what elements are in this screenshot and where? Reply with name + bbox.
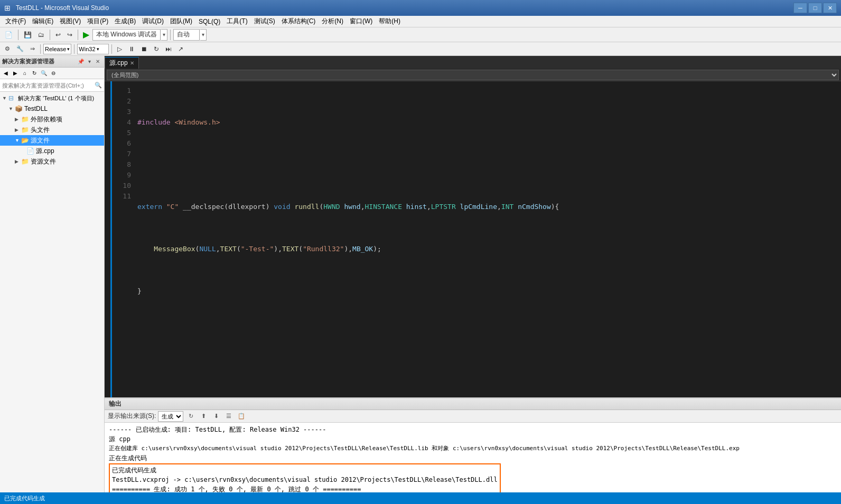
se-forward-button[interactable]: ▶	[11, 69, 20, 78]
menu-tools[interactable]: 工具(T)	[223, 16, 250, 27]
tree-arrow: ▶	[15, 159, 21, 164]
redo-button[interactable]: ↪	[64, 29, 75, 41]
toolbar2-btn2[interactable]: 🔧	[14, 43, 26, 55]
solution-explorer-title: 解决方案资源管理器	[2, 58, 77, 65]
toolbar2-btn5[interactable]: ⏸	[126, 43, 137, 55]
output-btn-1[interactable]: ↻	[185, 411, 196, 422]
output-panel: 输出 显示输出来源(S): 生成 ↻ ⬆ ⬇ ☰ 📋 ------ 已启动生成:…	[105, 397, 841, 492]
save-button[interactable]: 💾	[21, 29, 34, 41]
output-highlighted-block: 已完成代码生成 TestDLL.vcxproj -> c:\users\rvn0…	[109, 463, 501, 492]
output-btn-2[interactable]: ⬆	[198, 411, 209, 422]
menu-build[interactable]: 生成(B)	[111, 16, 139, 27]
se-refresh-button[interactable]: ↻	[30, 69, 39, 78]
run-dropdown-arrow[interactable]: ▾	[161, 29, 167, 41]
toolbar2-btn4[interactable]: ▷	[115, 43, 125, 55]
folder-icon: 📁	[21, 126, 30, 134]
tree-external-deps[interactable]: ▶ 📁 外部依赖项	[0, 114, 104, 125]
output-btn-5[interactable]: 📋	[236, 411, 247, 422]
tree-resources[interactable]: ▶ 📁 资源文件	[0, 156, 104, 167]
toolbar2-btn3[interactable]: ⇒	[27, 43, 38, 55]
output-btn-4[interactable]: ☰	[223, 411, 234, 422]
pin-button[interactable]: 📌	[77, 58, 85, 66]
headers-label: 头文件	[31, 126, 50, 135]
code-line-5	[137, 180, 841, 191]
output-line-6: ========== 生成: 成功 1 个, 失败 0 个, 最新 0 个, 跳…	[112, 484, 498, 492]
se-home-button[interactable]: ⌂	[20, 69, 30, 78]
tree-headers[interactable]: ▶ 📁 头文件	[0, 125, 104, 135]
tab-source-cpp[interactable]: 源.cpp ✕	[105, 57, 139, 69]
menu-edit[interactable]: 编辑(E)	[29, 16, 57, 27]
tree-sources[interactable]: ▼ 📂 源文件	[0, 135, 104, 146]
config-arrow: ▾	[67, 46, 70, 52]
toolbar2-btn6[interactable]: ⏹	[138, 43, 150, 55]
menu-window[interactable]: 窗口(W)	[347, 16, 376, 27]
tree-arrow: ▼	[8, 106, 15, 111]
menu-test[interactable]: 测试(S)	[251, 16, 278, 27]
solution-explorer-panel: 解决方案资源管理器 📌 ▾ ✕ ◀ ▶ ⌂ ↻ 🔍 ⊖ 🔍 ▼ ⊟ 解决方案 '…	[0, 56, 105, 492]
folder-icon: 📁	[21, 116, 30, 123]
save-all-button[interactable]: 🗂	[35, 29, 47, 41]
menu-sql[interactable]: SQL(Q)	[195, 17, 223, 26]
output-line-2: 正在创建库 c:\users\rvn0xsy\documents\visual …	[109, 444, 837, 453]
tree-project[interactable]: ▼ 📦 TestDLL	[0, 103, 104, 114]
menu-bar: 文件(F) 编辑(E) 视图(V) 项目(P) 生成(B) 调试(D) 团队(M…	[0, 16, 841, 27]
toolbar2-btn7[interactable]: ↻	[151, 43, 162, 55]
toolbar2-btn8[interactable]: ⏭	[163, 43, 174, 55]
close-button[interactable]: ✕	[823, 3, 837, 13]
output-source-label: 显示输出来源(S):	[108, 412, 156, 421]
panel-menu-button[interactable]: ▾	[85, 58, 94, 66]
panel-close-button[interactable]: ✕	[94, 58, 102, 66]
maximize-button[interactable]: □	[808, 3, 822, 13]
code-line-10: }	[137, 286, 841, 297]
new-file-button[interactable]: 📄	[2, 29, 15, 41]
undo-button[interactable]: ↩	[53, 29, 63, 41]
tree-source-file[interactable]: 📄 源.cpp	[0, 146, 104, 156]
se-collapse-button[interactable]: ⊖	[49, 69, 58, 78]
config-dropdown[interactable]: Release ▾	[43, 44, 71, 54]
platform-dropdown[interactable]: Win32 ▾	[77, 44, 109, 54]
toolbar2-btn1[interactable]: ⚙	[2, 43, 13, 55]
status-text: 已完成代码生成	[4, 495, 45, 502]
status-bar: 已完成代码生成	[0, 492, 841, 504]
cpp-file-icon: 📄	[26, 147, 35, 155]
menu-view[interactable]: 视图(V)	[57, 16, 84, 27]
mode-dropdown-arrow[interactable]: ▾	[200, 29, 207, 41]
tree-arrow: ▶	[15, 127, 21, 132]
minimize-button[interactable]: ─	[793, 3, 807, 13]
search-icon[interactable]: 🔍	[95, 82, 102, 89]
window-title: TestDLL - Microsoft Visual Studio	[16, 4, 790, 12]
tab-close-button[interactable]: ✕	[130, 60, 134, 66]
se-back-button[interactable]: ◀	[1, 69, 11, 78]
menu-analyze[interactable]: 分析(N)	[319, 16, 347, 27]
window-controls: ─ □ ✕	[793, 3, 837, 13]
solution-search-input[interactable]	[2, 82, 94, 89]
menu-file[interactable]: 文件(F)	[2, 16, 29, 27]
tree-arrow: ▼	[2, 96, 8, 101]
run-label[interactable]: 本地 Windows 调试器	[92, 29, 161, 41]
nav-scope-dropdown[interactable]: (全局范围)	[107, 70, 839, 80]
code-line-9	[137, 265, 841, 275]
output-btn-3[interactable]: ⬇	[211, 411, 221, 422]
solution-label: 解决方案 'TestDLL' (1 个项目)	[18, 94, 94, 102]
run-button[interactable]: ▶	[81, 30, 91, 40]
output-panel-title: 输出	[105, 398, 841, 410]
menu-debug[interactable]: 调试(D)	[139, 16, 167, 27]
output-content: ------ 已启动生成: 项目: TestDLL, 配置: Release W…	[105, 423, 841, 492]
menu-architecture[interactable]: 体系结构(C)	[278, 16, 319, 27]
tab-label: 源.cpp	[109, 59, 128, 68]
tree-solution-root[interactable]: ▼ ⊟ 解决方案 'TestDLL' (1 个项目)	[0, 93, 104, 103]
solution-explorer-title-bar: 解决方案资源管理器 📌 ▾ ✕	[0, 56, 104, 68]
resources-label: 资源文件	[31, 157, 56, 166]
main-layout: 解决方案资源管理器 📌 ▾ ✕ ◀ ▶ ⌂ ↻ 🔍 ⊖ 🔍 ▼ ⊟ 解决方案 '…	[0, 56, 841, 492]
menu-project[interactable]: 项目(P)	[84, 16, 111, 27]
menu-help[interactable]: 帮助(H)	[376, 16, 404, 27]
toolbar2-btn9[interactable]: ↗	[175, 43, 186, 55]
se-filter-button[interactable]: 🔍	[39, 69, 49, 78]
code-line-7	[137, 223, 841, 233]
output-source-select[interactable]: 生成	[158, 411, 183, 422]
menu-team[interactable]: 团队(M)	[167, 16, 195, 27]
solution-search-bar: 🔍	[0, 79, 104, 92]
app-icon: ⊞	[4, 4, 13, 12]
mode-label[interactable]: 自动	[173, 29, 200, 41]
code-line-6: extern "C" __declspec(dllexport) void ru…	[137, 202, 841, 212]
